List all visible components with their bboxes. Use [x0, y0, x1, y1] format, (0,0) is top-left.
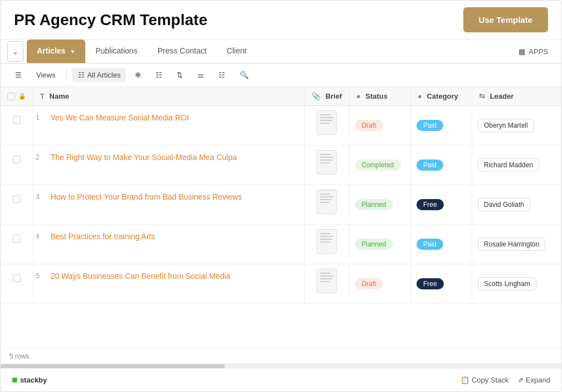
- leader-chip: Rosalie Harrington: [478, 238, 545, 251]
- table-row: 2 The Right Way to Make Your Social-Medi…: [1, 146, 561, 185]
- row-number: 1: [33, 106, 42, 145]
- category-cell: Free: [411, 185, 472, 225]
- brief-cell[interactable]: [305, 185, 350, 219]
- col-category-header: ● Category: [411, 87, 472, 106]
- row-checkbox[interactable]: [13, 195, 21, 203]
- category-cell: Free: [411, 264, 472, 304]
- category-badge: Paid: [416, 120, 443, 131]
- tab-collapse-button[interactable]: ⌄: [7, 41, 23, 62]
- status-badge: Planned: [355, 199, 393, 210]
- brief-document-icon: [317, 229, 337, 254]
- name-cell: 5 20 Ways Businesses Can Benefit from So…: [33, 264, 305, 304]
- select-all-checkbox[interactable]: [7, 93, 15, 100]
- articles-table: 🔒 T Name 📎 Brief ● Status: [1, 87, 561, 304]
- table-row: 5 20 Ways Businesses Can Benefit from So…: [1, 264, 561, 304]
- col-status-header: ● Status: [350, 87, 411, 106]
- article-link[interactable]: The Right Way to Make Your Social-Media …: [51, 153, 237, 162]
- sort-button[interactable]: ⇅: [171, 68, 188, 82]
- row-check-cell: [1, 106, 33, 146]
- brief-document-icon: [317, 110, 337, 135]
- article-link[interactable]: Yes We Can Measure Social Media ROI: [51, 113, 189, 122]
- stackby-logo: ■ stackby: [12, 374, 47, 386]
- row-check-cell: [1, 264, 33, 304]
- leader-cell: Rosalie Harrington: [472, 225, 561, 264]
- article-name-cell: How to Protect Your Brand from Bad Busin…: [42, 185, 251, 224]
- status-badge: Draft: [355, 120, 383, 131]
- tab-publications[interactable]: Publications: [85, 40, 148, 63]
- views-button[interactable]: Views: [31, 68, 61, 82]
- leader-cell: Richard Madden: [472, 146, 561, 185]
- share-button[interactable]: ✻: [129, 68, 147, 82]
- apps-grid-icon: ▩: [519, 47, 525, 56]
- row-number: 2: [33, 146, 42, 185]
- footer: ■ stackby 📋 Copy Stack ⇗ Expand: [1, 368, 561, 391]
- all-articles-button[interactable]: ☷ All Articles: [72, 68, 126, 82]
- horizontal-scrollbar[interactable]: [1, 364, 561, 368]
- tab-press-contact[interactable]: Press Contact: [148, 40, 217, 63]
- expand-button[interactable]: ⇗ Expand: [517, 376, 550, 384]
- row-number: 5: [33, 264, 42, 303]
- table-row: 1 Yes We Can Measure Social Media ROI Dr…: [1, 106, 561, 146]
- apps-button[interactable]: ▩ APPS: [512, 42, 555, 61]
- row-checkbox[interactable]: [13, 274, 21, 282]
- header: PR Agency CRM Template Use Template: [1, 1, 561, 40]
- article-name-cell: Yes We Can Measure Social Media ROI: [42, 106, 198, 145]
- category-cell: Paid: [411, 146, 472, 185]
- brief-cell[interactable]: [305, 264, 350, 298]
- rows-info: 5 rows: [1, 349, 561, 364]
- leader-col-icon: ⇆: [479, 92, 485, 100]
- leader-chip: Oberyn Martell: [478, 119, 534, 132]
- brief-cell[interactable]: [305, 225, 350, 258]
- article-link[interactable]: Best Practices for training Arts: [51, 232, 156, 241]
- brief-cell[interactable]: [305, 146, 350, 179]
- tab-client[interactable]: Client: [217, 40, 257, 63]
- row-checkbox[interactable]: [13, 156, 21, 163]
- leader-chip: Richard Madden: [478, 158, 539, 172]
- app-container: PR Agency CRM Template Use Template ⌄ Ar…: [0, 0, 562, 392]
- status-cell: Planned: [350, 185, 411, 225]
- status-cell: Planned: [350, 225, 411, 264]
- logo-icon: ■: [12, 374, 18, 386]
- attachment-icon: 📎: [312, 92, 321, 100]
- search-button[interactable]: 🔍: [234, 68, 254, 82]
- leader-chip: Scotts Lingham: [478, 277, 536, 291]
- name-cell: 1 Yes We Can Measure Social Media ROI: [33, 106, 305, 146]
- tab-articles[interactable]: Articles ▼: [27, 40, 85, 63]
- footer-actions: 📋 Copy Stack ⇗ Expand: [461, 376, 550, 384]
- category-cell: Paid: [411, 225, 472, 264]
- row-checkbox[interactable]: [13, 116, 21, 124]
- group-button[interactable]: ⚌: [192, 68, 210, 82]
- col-leader-header: ⇆ Leader: [472, 87, 561, 106]
- article-name-cell: 20 Ways Businesses Can Benefit from Soci…: [42, 264, 239, 303]
- col-brief-header: 📎 Brief: [305, 87, 350, 106]
- leader-cell: Oberyn Martell: [472, 106, 561, 146]
- row-height-button[interactable]: ☷: [213, 68, 231, 82]
- use-template-button[interactable]: Use Template: [463, 7, 548, 32]
- status-cell: Completed: [350, 146, 411, 185]
- hamburger-button[interactable]: ☰: [9, 68, 27, 82]
- row-check-cell: [1, 185, 33, 225]
- status-badge: Planned: [355, 239, 393, 250]
- status-col-icon: ●: [356, 92, 361, 100]
- row-checkbox[interactable]: [13, 235, 21, 243]
- filter-button[interactable]: ☷: [150, 68, 168, 82]
- status-cell: Draft: [350, 106, 411, 146]
- leader-chip: David Goliath: [478, 198, 530, 211]
- brief-cell[interactable]: [305, 106, 350, 139]
- row-check-cell: [1, 146, 33, 185]
- row-number: 4: [33, 225, 42, 264]
- category-cell: Paid: [411, 106, 472, 146]
- leader-cell: David Goliath: [472, 185, 561, 225]
- tabs-bar: ⌄ Articles ▼ Publications Press Contact …: [1, 40, 561, 64]
- tab-dropdown-arrow: ▼: [70, 49, 75, 55]
- copy-stack-button[interactable]: 📋 Copy Stack: [461, 376, 508, 384]
- toolbar: ☰ Views ☷ All Articles ✻ ☷ ⇅ ⚌ ☷ 🔍: [1, 64, 561, 87]
- status-cell: Draft: [350, 264, 411, 304]
- expand-icon: ⇗: [517, 376, 524, 384]
- col-name-header: T Name: [33, 87, 305, 106]
- article-link[interactable]: How to Protect Your Brand from Bad Busin…: [51, 192, 242, 201]
- name-cell: 2 The Right Way to Make Your Social-Medi…: [33, 146, 305, 185]
- brief-document-icon: [317, 269, 337, 293]
- article-link[interactable]: 20 Ways Businesses Can Benefit from Soci…: [51, 272, 230, 280]
- status-badge: Completed: [355, 159, 401, 171]
